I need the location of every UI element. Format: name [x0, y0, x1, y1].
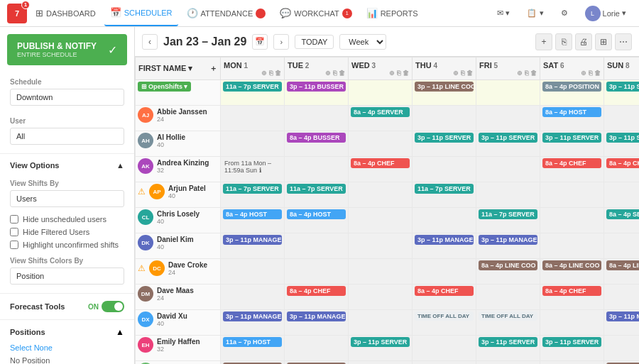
fri-cell[interactable]: 3p – 11p MANAGER	[476, 233, 540, 259]
tue-copy-btn[interactable]: ⎘	[333, 70, 337, 77]
sun-cell[interactable]	[604, 336, 640, 361]
clipboard-btn[interactable]: 📋 ▾	[521, 6, 549, 21]
mon-cell[interactable]: 3p – 11p MANAGER	[221, 310, 285, 336]
shift-pill[interactable]: 8a – 4p CHEF	[542, 286, 601, 296]
shift-pill[interactable]: TIME OFF ALL DAY	[479, 311, 537, 321]
wed-cell[interactable]	[349, 208, 413, 233]
thu-cell[interactable]	[413, 259, 476, 285]
calendar-icon-btn[interactable]: 📅	[252, 34, 268, 50]
fri-cell[interactable]	[476, 182, 540, 208]
next-week-btn[interactable]: ›	[273, 34, 289, 50]
tue-cell[interactable]: 3p – 11p BUSSER	[285, 80, 349, 106]
thu-cell[interactable]: 8a – 4p CHEF	[413, 285, 476, 310]
thu-cell[interactable]	[413, 336, 476, 361]
sat-add-btn[interactable]: ⊕	[581, 70, 586, 77]
thu-cell[interactable]	[413, 208, 476, 233]
sun-cell[interactable]: 8a – 4p LINE COO	[604, 259, 640, 285]
shift-pill[interactable]: 3p – 11p SERVER	[542, 337, 601, 347]
mon-cell[interactable]: From 11a Mon – 11:59a Sun ℹ	[221, 157, 285, 182]
tue-cell[interactable]: 8a – 4p BUSSER	[285, 131, 349, 157]
shift-pill[interactable]: 11a – 7p SERVER	[223, 184, 282, 194]
tue-cell[interactable]: 8a – 4p LINE COOK	[285, 361, 349, 365]
shift-pill[interactable]: 8a – 4p LINE COO	[606, 260, 639, 270]
shift-pill[interactable]: 8a – 4p CHEF	[415, 286, 474, 296]
shift-pill[interactable]: 8a – 4p SERVER	[351, 107, 410, 117]
sat-cell[interactable]: 3p – 11p SERVER	[540, 336, 604, 361]
view-shifts-by-select[interactable]: Users	[10, 190, 124, 207]
shift-pill[interactable]: 3p – 11p MANAGER	[287, 311, 346, 321]
copy-btn[interactable]: ⎘	[555, 33, 572, 50]
mon-cell[interactable]	[221, 106, 285, 131]
hide-filtered-option[interactable]: Hide Filtered Users	[0, 226, 134, 238]
sat-cell[interactable]	[540, 182, 604, 208]
fri-cell[interactable]	[476, 361, 540, 365]
view-options-header[interactable]: View Options ▲	[0, 157, 134, 174]
shift-pill[interactable]: 8a – 4p SERVER	[606, 209, 639, 219]
tue-cell[interactable]: 3p – 11p MANAGER	[285, 310, 349, 336]
user-select[interactable]: All	[10, 128, 124, 145]
mon-cell[interactable]: 9p – 5p LINE COOK	[221, 361, 285, 365]
shift-pill[interactable]: 3p – 11p SERVER	[415, 133, 474, 143]
fri-cell[interactable]	[476, 80, 540, 106]
shift-pill[interactable]: 3p – 11p SERVER	[542, 133, 601, 143]
sun-cell[interactable]: 11a – 7p LINE COO	[604, 361, 640, 365]
shift-pill[interactable]: 3p – 11p SERVER	[606, 133, 639, 143]
grid-btn[interactable]: ⊞	[595, 33, 612, 50]
shift-pill[interactable]: 11a – 7p SERVER	[415, 184, 474, 194]
shift-pill[interactable]: 3p – 11p MANAGER	[606, 311, 639, 321]
sat-cell[interactable]	[540, 233, 604, 259]
shift-pill[interactable]: 11a – 7p SERVER	[287, 184, 346, 194]
shift-pill[interactable]: TIME OFF ALL DAY	[415, 311, 474, 321]
settings-btn[interactable]: ⚙	[555, 6, 574, 21]
thu-cell[interactable]: 3p – 11p SERVER	[413, 131, 476, 157]
shift-pill[interactable]: 3p – 11p MANAGER	[415, 235, 474, 245]
thu-cell[interactable]	[413, 106, 476, 131]
fri-copy-btn[interactable]: ⎘	[525, 70, 528, 77]
mon-del-btn[interactable]: 🗑	[275, 70, 281, 77]
positions-header[interactable]: Positions ▲	[0, 323, 134, 341]
fri-cell[interactable]: 8a – 4p LINE COO	[476, 259, 540, 285]
tue-cell[interactable]: 8a – 4p CHEF	[285, 285, 349, 310]
fri-cell[interactable]	[476, 106, 540, 131]
tue-cell[interactable]	[285, 106, 349, 131]
hide-unscheduled-checkbox[interactable]	[10, 215, 18, 224]
shift-pill[interactable]: 11a – 7p SERVER	[223, 82, 282, 92]
wed-cell[interactable]	[349, 80, 413, 106]
shift-pill[interactable]: 8a – 4p LINE COO	[542, 260, 601, 270]
sun-cell[interactable]	[604, 285, 640, 310]
fri-cell[interactable]: 11a – 7p SERVER	[476, 208, 540, 233]
thu-copy-btn[interactable]: ⎘	[461, 70, 464, 77]
shift-pill[interactable]: 3p – 11p MANAGER	[223, 235, 282, 245]
sun-cell[interactable]: 3p – 11p SERVER	[604, 80, 640, 106]
forecast-toggle[interactable]	[102, 301, 124, 312]
mon-cell[interactable]	[221, 259, 285, 285]
hide-filtered-checkbox[interactable]	[10, 228, 18, 236]
open-shifts-badge[interactable]: ⊞ OpenShifts ▾	[138, 82, 191, 92]
week-select[interactable]: Week	[339, 34, 386, 50]
shift-pill[interactable]: 3p – 11p MANAGER	[479, 235, 537, 245]
sun-cell[interactable]	[604, 106, 640, 131]
thu-cell[interactable]: 3p – 11p LINE COOK	[413, 80, 476, 106]
sat-cell[interactable]	[540, 208, 604, 233]
mon-cell[interactable]: 3p – 11p MANAGER	[221, 233, 285, 259]
nav-attendance[interactable]: 🕐 ATTENDANCE	[181, 0, 272, 26]
nav-scheduler[interactable]: 📅 SCHEDULER	[104, 0, 178, 26]
shift-pill[interactable]: 8a – 4p BUSSER	[287, 133, 346, 143]
user-menu-btn[interactable]: L Lorie ▾	[579, 3, 632, 24]
shift-pill[interactable]: 8a – 4p CHEF	[351, 158, 410, 168]
publish-notify-btn[interactable]: PUBLISH & NOTIFY ENTIRE SCHEDULE ✓	[7, 34, 127, 65]
thu-cell[interactable]	[413, 157, 476, 182]
wed-cell[interactable]: 8a – 4p CHEF	[349, 157, 413, 182]
wed-cell[interactable]: 8a – 4p SERVER	[349, 106, 413, 131]
mon-cell[interactable]: 11a – 7p HOST	[221, 336, 285, 361]
shift-pill[interactable]: 3p – 11p SERVER	[479, 337, 537, 347]
shift-pill[interactable]: 8a – 4p CHEF	[542, 158, 601, 168]
today-btn[interactable]: TODAY	[295, 35, 334, 49]
mon-add-btn[interactable]: ⊕	[261, 70, 267, 77]
thu-del-btn[interactable]: 🗑	[466, 70, 473, 77]
sat-cell[interactable]: 8a – 4p CHEF	[540, 157, 604, 182]
mon-cell[interactable]: 11a – 7p SERVER	[221, 80, 285, 106]
nav-reports[interactable]: 📊 REPORTS	[361, 0, 424, 26]
shift-pill[interactable]: 11a – 7p HOST	[223, 337, 282, 347]
wed-cell[interactable]	[349, 285, 413, 310]
